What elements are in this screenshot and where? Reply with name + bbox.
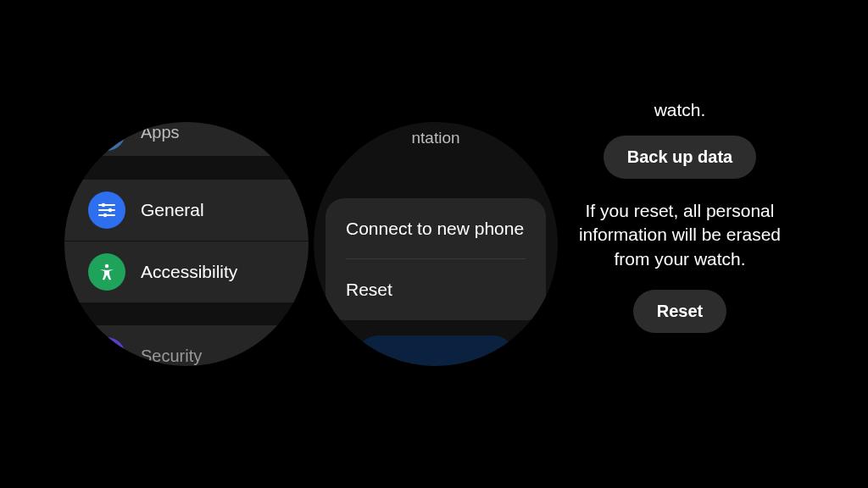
watch-settings-list: Apps General Accessibility Security xyxy=(64,122,309,366)
general-options-card: Connect to new phone Reset xyxy=(326,198,546,320)
reset-warning-text: If you reset, all personal information w… xyxy=(566,199,793,271)
general-label: General xyxy=(141,200,204,220)
settings-item-apps[interactable]: Apps xyxy=(64,122,309,156)
security-label: Security xyxy=(141,347,202,366)
sliders-icon xyxy=(88,191,125,229)
svg-rect-4 xyxy=(103,355,112,362)
backup-data-button[interactable]: Back up data xyxy=(604,136,756,179)
bottom-peek-card[interactable] xyxy=(356,336,515,366)
svg-point-2 xyxy=(103,214,107,217)
settings-item-general[interactable]: General xyxy=(64,180,309,241)
settings-item-security[interactable]: Security xyxy=(64,325,309,366)
watch-general-menu: ntation Connect to new phone Reset xyxy=(314,122,558,366)
apps-label: Apps xyxy=(141,123,180,142)
option-label: Reset xyxy=(346,280,392,300)
settings-item-accessibility[interactable]: Accessibility xyxy=(64,241,309,302)
accessibility-icon xyxy=(88,253,125,291)
option-connect-new-phone[interactable]: Connect to new phone xyxy=(346,198,526,259)
top-fragment-text: ntation xyxy=(314,129,558,147)
lock-icon xyxy=(88,337,125,366)
watch-reset-confirm: watch. Back up data If you reset, all pe… xyxy=(563,100,797,333)
apps-icon xyxy=(88,122,125,151)
stage: Apps General Accessibility Security ntat… xyxy=(0,0,868,488)
accessibility-label: Accessibility xyxy=(141,262,237,282)
reset-button[interactable]: Reset xyxy=(633,290,726,333)
svg-point-3 xyxy=(105,264,108,268)
text-fragment-watch: watch. xyxy=(563,100,797,120)
option-label: Connect to new phone xyxy=(346,219,524,239)
svg-point-1 xyxy=(108,208,112,212)
svg-point-0 xyxy=(102,203,105,207)
option-reset[interactable]: Reset xyxy=(346,259,526,320)
